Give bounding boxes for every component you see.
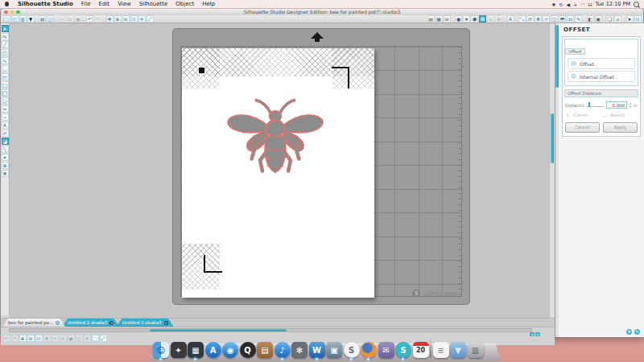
polygon-tool-icon[interactable]: ⬡ xyxy=(2,49,9,56)
document-page[interactable] xyxy=(182,48,374,298)
volume-menulet-icon[interactable]: ◀ xyxy=(567,2,571,7)
tab-untitled-2[interactable]: Untitled-2.studio3 ✕ xyxy=(62,319,119,327)
note-tool-icon[interactable]: ✐ xyxy=(2,130,9,137)
apple-menu-icon[interactable] xyxy=(5,2,9,6)
internal-offset-option[interactable]: ⊙ Internal Offset xyxy=(568,71,635,82)
dock-finder-icon[interactable]: ☺ xyxy=(153,342,169,358)
smooth-freehand-tool-icon[interactable]: ~ xyxy=(2,113,9,121)
dock-silhouette-studio-icon[interactable]: S xyxy=(344,342,360,358)
panel-scrollbar-thumb[interactable] xyxy=(555,25,559,88)
round-option[interactable]: ◡ Round xyxy=(603,112,637,118)
zoom-in-icon[interactable]: ⊕ xyxy=(114,15,122,23)
offset-option[interactable]: ◎ Offset xyxy=(568,58,635,69)
horizontal-scrollbar[interactable] xyxy=(9,328,532,332)
scale-icon[interactable]: ⤡ xyxy=(518,15,526,23)
dock-divider[interactable] xyxy=(430,339,431,358)
vertical-scrollbar[interactable] xyxy=(549,23,555,327)
pan-tool-icon[interactable]: ✥ xyxy=(2,170,9,177)
pan-icon[interactable]: ✛ xyxy=(138,15,146,23)
cursor-settings-icon[interactable]: ➤ xyxy=(626,15,634,23)
rotate-icon[interactable]: ⟳ xyxy=(526,15,534,23)
page-setup-icon[interactable]: ▤ xyxy=(427,15,435,23)
arc-tool-icon[interactable]: ◡ xyxy=(2,65,9,72)
registration-marks-icon[interactable]: ⊞ xyxy=(444,15,451,23)
close-tab-icon[interactable]: ✕ xyxy=(56,321,60,325)
tab-bee-document[interactable]: bee for painted po... ✕ xyxy=(2,319,65,327)
open-library-icon[interactable]: ▥ xyxy=(19,15,27,23)
corner-option[interactable]: ∟ Corner xyxy=(566,112,600,118)
dock-silhouette-connect-icon[interactable]: S xyxy=(395,342,411,358)
zoom-tool-icon[interactable]: ⊕ xyxy=(2,162,9,169)
menu-silhouette[interactable]: Silhouette xyxy=(135,1,172,7)
stepper-down-icon[interactable]: ▾ xyxy=(630,105,631,109)
menu-object[interactable]: Object xyxy=(171,1,198,7)
menu-file[interactable]: File xyxy=(77,1,95,7)
print-preview-icon[interactable]: ◫ xyxy=(47,15,54,23)
display-settings-icon[interactable]: ⊡ xyxy=(634,15,642,23)
ellipse-tool-icon[interactable]: ◯ xyxy=(2,89,9,97)
cancel-button[interactable]: Cancel xyxy=(565,122,600,133)
close-tab-icon[interactable]: ✕ xyxy=(109,321,114,325)
shadow-icon[interactable]: ≡ xyxy=(487,15,494,23)
wifi-menulet-icon[interactable]: ◠ xyxy=(580,2,584,7)
paste-icon[interactable]: ▣ xyxy=(75,15,82,23)
horizontal-scrollbar-thumb[interactable] xyxy=(150,329,287,331)
line-tool-icon[interactable]: ╱ xyxy=(2,41,9,48)
sketch-pens-icon[interactable]: ⬟ xyxy=(471,15,478,23)
object-on-path-icon[interactable]: ✎ xyxy=(575,15,582,23)
distance-slider-handle[interactable] xyxy=(588,102,590,107)
bee-design[interactable] xyxy=(218,93,332,192)
print-icon[interactable]: ▤ xyxy=(39,15,46,23)
dock-calendar-icon[interactable]: 20 xyxy=(413,342,429,358)
close-tab-icon[interactable]: ✕ xyxy=(164,321,168,325)
dock-word-icon[interactable]: W xyxy=(309,342,325,358)
select-tool-icon[interactable]: ➤ xyxy=(2,25,9,32)
dock-system-preferences-icon[interactable]: ✻ xyxy=(291,342,308,358)
zoom-out-icon[interactable]: ⊖ xyxy=(122,15,130,23)
vertical-scrollbar-thumb[interactable] xyxy=(551,113,554,163)
curve-tool-icon[interactable]: ∿ xyxy=(2,57,9,64)
dock-contacts-icon[interactable]: ▤ xyxy=(257,342,273,358)
rounded-rectangle-tool-icon[interactable]: ▢ xyxy=(2,81,9,88)
line-color-icon[interactable]: ★ xyxy=(463,15,470,23)
panel-settings-icon[interactable]: ✱ xyxy=(626,329,632,335)
dock-safari-icon[interactable]: ◉ xyxy=(222,342,238,358)
modify-icon[interactable]: ⬒ xyxy=(559,15,566,23)
text-tool-icon[interactable]: A xyxy=(2,121,9,129)
dock-downloads-folder-icon[interactable]: ▼ xyxy=(450,342,466,358)
rectangle-tool-icon[interactable]: ▭ xyxy=(2,73,9,80)
dock-mail-icon[interactable]: ✉ xyxy=(378,342,394,358)
replicate-icon[interactable]: ⧉ xyxy=(567,15,574,23)
dock-app-store-icon[interactable]: A xyxy=(205,342,221,358)
sync-menulet-icon[interactable]: ↻ xyxy=(559,2,564,7)
offset-icon[interactable]: ❂ xyxy=(479,15,486,23)
distance-input[interactable]: 0.000 xyxy=(606,101,627,109)
zoom-selection-icon[interactable]: ⊡ xyxy=(130,15,138,23)
fit-to-page-icon[interactable]: ⤢ xyxy=(147,15,154,23)
new-document-icon[interactable]: ▢ xyxy=(3,15,10,23)
trace-icon[interactable]: ◧ xyxy=(587,15,594,23)
knife-tool-icon[interactable]: ╲ xyxy=(2,146,9,153)
dock-photo-booth-icon[interactable]: ▣ xyxy=(326,342,342,358)
design-canvas[interactable]: S silhouette xyxy=(10,23,549,318)
library-panel-icon[interactable]: ❏ xyxy=(606,15,613,23)
text-style-icon[interactable]: A xyxy=(507,15,514,23)
tab-untitled-3[interactable]: Untitled-3.studio3 ✕ xyxy=(116,319,173,327)
distribute-icon[interactable]: ≣ xyxy=(495,15,502,23)
distance-stepper[interactable]: ▴ ▾ xyxy=(630,102,631,109)
fill-color-icon[interactable]: ● xyxy=(455,15,462,23)
dock-document-icon[interactable]: ≡ xyxy=(433,342,449,358)
edit-points-tool-icon[interactable]: ✎ xyxy=(2,33,9,40)
menu-edit[interactable]: Edit xyxy=(95,1,114,7)
weld-icon[interactable]: ◫ xyxy=(551,15,558,23)
dock-firefox-icon[interactable] xyxy=(361,342,377,358)
menu-view[interactable]: View xyxy=(114,1,135,7)
display-menulet-icon[interactable]: ⊟ xyxy=(588,2,592,7)
store-panel-icon[interactable]: ⌂ xyxy=(614,15,621,23)
trace-area-icon[interactable]: ▣ xyxy=(595,15,602,23)
panel-refresh-icon[interactable]: ↻ xyxy=(634,329,640,335)
dock-trash-icon[interactable]: ▥ xyxy=(468,342,484,358)
apply-button[interactable]: Apply xyxy=(603,122,638,133)
cutting-mat-icon[interactable]: ▦ xyxy=(436,15,443,23)
menu-silhouette-studio[interactable]: Silhouette Studio xyxy=(14,1,77,7)
